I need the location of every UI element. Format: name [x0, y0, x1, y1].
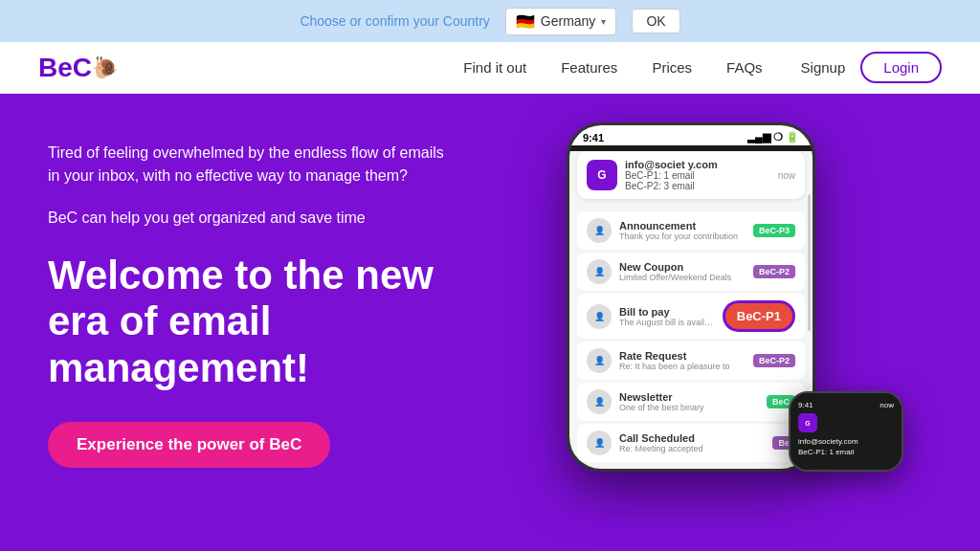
email-preview: Thank you for your contribution: [619, 231, 746, 241]
email-preview: Re: Meeting accepted: [619, 444, 765, 453]
hero-title: Welcome to the new era of email manageme…: [48, 253, 450, 391]
nav-faqs[interactable]: FAQs: [726, 59, 763, 76]
notif-line1: BeC-P1: 1 email: [625, 170, 770, 181]
hero-section: Tired of feeling overwhelmed by the endl…: [0, 94, 980, 551]
email-tag: BeC-P2: [753, 354, 795, 367]
notif-content: info@societ y.com BeC-P1: 1 email BeC-P2…: [625, 159, 770, 191]
email-info: Rate Request Re: It has been a pleasure …: [619, 350, 746, 371]
email-tag: BeC-P2: [753, 265, 795, 278]
phone-screen: G info@societ y.com BeC-P1: 1 email BeC-…: [569, 151, 813, 469]
email-item[interactable]: 👤 Bill to pay The August bill is availab…: [577, 294, 805, 339]
nav-actions: Signup Login: [801, 52, 942, 83]
avatar: 👤: [587, 259, 612, 284]
watch-screen: 9:41 now G info@society.com BeC-P1: 1 em…: [791, 393, 902, 470]
login-button[interactable]: Login: [860, 52, 942, 83]
phone-time: 9:41: [583, 132, 604, 143]
avatar: 👤: [587, 430, 612, 455]
signup-link[interactable]: Signup: [801, 59, 846, 76]
nav-links: Find it out Features Prices FAQs: [463, 59, 762, 76]
notif-sender: info@societ y.com: [625, 159, 770, 170]
email-subject: New Coupon: [619, 261, 746, 273]
country-select[interactable]: 🇩🇪 Germany ▾: [505, 8, 617, 35]
nav-find-it-out[interactable]: Find it out: [463, 59, 526, 76]
nav-prices[interactable]: Prices: [652, 59, 692, 76]
email-preview: One of the best binary: [619, 403, 759, 412]
navbar: BeC🐌 Find it out Features Prices FAQs Si…: [0, 42, 980, 94]
scrollbar[interactable]: [808, 194, 811, 332]
avatar: 👤: [587, 304, 612, 329]
email-tag-p1: BeC-P1: [723, 300, 795, 332]
logo[interactable]: BeC🐌: [38, 53, 118, 83]
avatar: 👤: [587, 218, 612, 243]
watch-mockup: 9:41 now G info@society.com BeC-P1: 1 em…: [789, 391, 903, 472]
phone-mockup: 9:41 ▂▄▆ ❍ 🔋 G info@societ y.com BeC-P1:…: [567, 122, 815, 472]
nav-features[interactable]: Features: [561, 59, 617, 76]
top-bar: Choose or confirm your Country 🇩🇪 German…: [0, 0, 980, 42]
country-name: Germany: [541, 13, 596, 29]
email-item[interactable]: 👤 Call Scheduled Re: Meeting accepted Be: [577, 424, 805, 462]
hero-subtitle: Tired of feeling overwhelmed by the endl…: [48, 142, 450, 187]
email-preview: Re: It has been a pleasure to: [619, 362, 746, 371]
email-subject: Newsletter: [619, 391, 759, 403]
email-subject: Announcement: [619, 220, 746, 231]
phone-status-bar: 9:41 ▂▄▆ ❍ 🔋: [569, 125, 813, 145]
email-item[interactable]: 👤 Announcement Thank you for your contri…: [577, 211, 805, 250]
phone-area: 9:41 ▂▄▆ ❍ 🔋 G info@societ y.com BeC-P1:…: [450, 122, 932, 472]
email-item[interactable]: 👤 Newsletter One of the best binary BeC: [577, 383, 805, 421]
email-preview: Limited Offer/Weekend Deals: [619, 273, 746, 282]
ok-button[interactable]: OK: [632, 9, 679, 33]
logo-snail-icon: 🐌: [92, 55, 118, 80]
email-tag: BeC-P3: [753, 224, 795, 237]
email-info: Newsletter One of the best binary: [619, 391, 759, 412]
email-info: New Coupon Limited Offer/Weekend Deals: [619, 261, 746, 282]
email-info: Bill to pay The August bill is available: [619, 306, 715, 327]
email-info: Call Scheduled Re: Meeting accepted: [619, 432, 765, 453]
watch-email-line: BeC-P1: 1 email: [798, 447, 894, 457]
avatar: 👤: [587, 348, 612, 373]
hero-text: Tired of feeling overwhelmed by the endl…: [48, 132, 450, 468]
watch-time: 9:41: [798, 401, 813, 409]
notif-time: now: [778, 170, 795, 181]
watch-logo: G: [798, 413, 817, 432]
avatar: 👤: [587, 389, 612, 414]
email-notification: G info@societ y.com BeC-P1: 1 email BeC-…: [577, 151, 805, 199]
notif-line2: BeC-P2: 3 email: [625, 181, 770, 191]
flag-icon: 🇩🇪: [516, 12, 535, 31]
watch-sender: info@society.com: [798, 436, 894, 447]
email-item[interactable]: 👤 Rate Request Re: It has been a pleasur…: [577, 342, 805, 380]
email-subject: Call Scheduled: [619, 432, 765, 444]
email-preview: The August bill is available: [619, 318, 715, 327]
email-item[interactable]: 👤 New Coupon Limited Offer/Weekend Deals…: [577, 253, 805, 291]
hero-mid: BeC can help you get organized and save …: [48, 207, 450, 230]
logo-text: Be: [38, 53, 73, 83]
email-list: 👤 Announcement Thank you for your contri…: [569, 205, 813, 469]
country-prompt: Choose or confirm your Country: [300, 13, 489, 29]
cta-button[interactable]: Experience the power of BeC: [48, 422, 330, 468]
email-subject: Rate Request: [619, 350, 746, 362]
phone-icons: ▂▄▆ ❍ 🔋: [747, 131, 799, 143]
chevron-down-icon: ▾: [601, 16, 606, 27]
email-info: Announcement Thank you for your contribu…: [619, 220, 746, 241]
notif-logo: G: [587, 160, 617, 190]
email-subject: Bill to pay: [619, 306, 715, 318]
watch-status-bar: 9:41 now: [798, 401, 894, 409]
watch-label: now: [880, 401, 894, 409]
